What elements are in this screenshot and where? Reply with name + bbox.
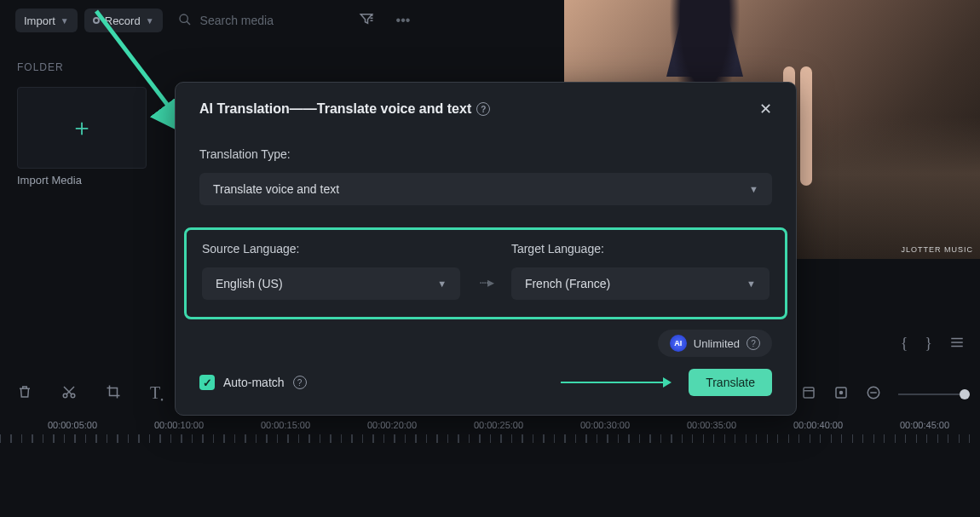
target-language-select[interactable]: French (France) ▼ [511, 267, 770, 300]
language-selection-highlight: Source Language: English (US) ▼ ····▸ Ta… [184, 227, 787, 319]
auto-match-label: Auto-match [223, 376, 285, 389]
import-button[interactable]: Import ▼ [15, 9, 78, 32]
text-icon[interactable]: T• [150, 383, 164, 405]
cut-icon[interactable] [61, 384, 77, 404]
ai-icon: AI [670, 335, 687, 352]
chevron-down-icon: ▼ [749, 184, 758, 194]
source-language-label: Source Language: [202, 242, 460, 256]
delete-icon[interactable] [17, 384, 32, 404]
zoom-slider[interactable] [898, 393, 965, 395]
tick-label: 00:00:45:00 [900, 420, 949, 430]
tick-label: 00:00:35:00 [687, 420, 736, 430]
list-icon[interactable] [949, 335, 965, 353]
import-label: Import [24, 14, 55, 27]
tick-label: 00:00:05:00 [48, 420, 97, 430]
search-input[interactable] [200, 14, 337, 27]
marker-icon[interactable] [801, 385, 816, 404]
record-icon [93, 17, 100, 24]
tick-label: 00:00:10:00 [154, 420, 204, 430]
source-language-value: English (US) [216, 277, 283, 290]
close-icon[interactable]: ✕ [759, 100, 772, 118]
help-icon[interactable]: ? [293, 376, 307, 389]
preview-watermark: JLOTTER MUSIC [901, 245, 973, 254]
arrow-right-icon: ····▸ [479, 274, 493, 290]
tick-label: 00:00:30:00 [580, 420, 630, 430]
translate-button[interactable]: Translate [689, 369, 772, 396]
ai-translation-modal: AI Translation——Translate voice and text… [175, 82, 797, 416]
filter-icon[interactable] [359, 11, 374, 30]
search-icon [178, 13, 192, 29]
translation-type-value: Translate voice and text [213, 182, 339, 196]
translation-type-label: Translation Type: [199, 147, 772, 161]
svg-point-0 [180, 14, 187, 22]
target-language-label: Target Language: [511, 242, 770, 256]
help-icon[interactable]: ? [747, 336, 760, 350]
svg-line-1 [187, 21, 190, 25]
chevron-down-icon: ▼ [437, 279, 447, 289]
tick-label: 00:00:20:00 [367, 420, 417, 430]
crop-icon[interactable] [106, 384, 121, 404]
import-media-tile[interactable]: ＋ [17, 87, 147, 169]
help-icon[interactable]: ? [476, 102, 490, 116]
import-media-label: Import Media [17, 174, 82, 187]
bracket-open-icon[interactable]: { [901, 335, 908, 353]
more-icon[interactable]: ••• [396, 13, 411, 28]
record-label: Record [105, 14, 141, 27]
modal-title: AI Translation——Translate voice and text [199, 101, 471, 117]
folder-section-label: FOLDER [17, 61, 64, 73]
svg-point-10 [840, 392, 843, 394]
fit-icon[interactable] [833, 385, 849, 404]
bracket-close-icon[interactable]: } [925, 335, 932, 353]
tick-label: 00:00:25:00 [474, 420, 523, 430]
chevron-down-icon: ▼ [146, 16, 154, 26]
tick-label: 00:00:15:00 [261, 420, 310, 430]
source-language-select[interactable]: English (US) ▼ [202, 267, 460, 300]
plus-icon: ＋ [70, 112, 94, 144]
unlimited-label: Unlimited [694, 337, 740, 350]
chevron-down-icon: ▼ [61, 16, 69, 26]
svg-rect-8 [804, 388, 814, 398]
unlimited-badge: AI Unlimited ? [658, 330, 772, 357]
zoom-out-icon[interactable] [866, 385, 881, 404]
record-button[interactable]: Record ▼ [84, 9, 163, 32]
translation-type-select[interactable]: Translate voice and text ▼ [199, 173, 772, 205]
auto-match-checkbox[interactable]: ✓ [199, 375, 215, 390]
chevron-down-icon: ▼ [747, 279, 756, 289]
tick-label: 00:00:40:00 [793, 420, 843, 430]
annotation-arrow-icon [561, 377, 672, 388]
timeline-ruler[interactable]: 00:00:05:00 00:00:10:00 00:00:15:00 00:0… [0, 420, 980, 445]
target-language-value: French (France) [525, 277, 610, 290]
